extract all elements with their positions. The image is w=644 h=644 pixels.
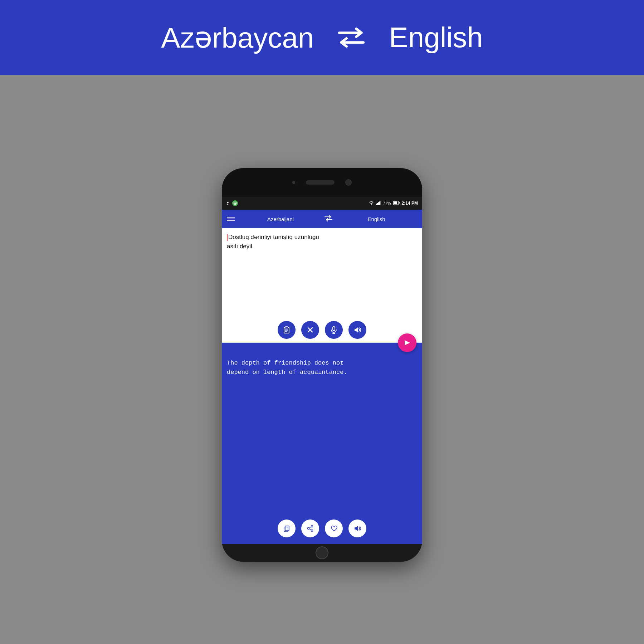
svg-rect-22	[285, 526, 289, 531]
banner-target-lang[interactable]: English	[389, 21, 483, 54]
svg-rect-2	[376, 204, 377, 205]
svg-rect-3	[377, 203, 378, 205]
input-area[interactable]: Dostluq dərinliyi tanışlıq uzunluğu asıl…	[222, 228, 422, 343]
toolbar-source-lang[interactable]: Azerbaijani	[240, 216, 321, 222]
input-text[interactable]: Dostluq dərinliyi tanışlıq uzunluğu asıl…	[227, 233, 417, 317]
phone-bottom	[222, 544, 422, 562]
status-bar: ❢	[222, 197, 422, 210]
translate-button[interactable]	[398, 333, 416, 352]
phone-speaker	[292, 181, 295, 184]
toolbar-swap-icon[interactable]	[321, 215, 336, 223]
status-left: ❢	[226, 200, 238, 206]
time-display: 2:14 PM	[402, 201, 418, 206]
svg-rect-11	[285, 327, 288, 328]
svg-rect-23	[284, 527, 288, 532]
svg-line-28	[309, 529, 311, 530]
wifi-icon	[369, 201, 374, 206]
svg-point-1	[234, 203, 236, 204]
banner-swap-icon[interactable]	[335, 25, 367, 50]
output-text: The depth of friendship does not depend …	[227, 348, 417, 516]
svg-line-27	[309, 527, 311, 528]
top-banner: Azərbaycan English	[0, 0, 644, 75]
phone-area: ❢	[0, 75, 644, 644]
share-button[interactable]	[301, 519, 319, 537]
signal-icon	[376, 201, 381, 206]
phone-screen: ❢	[222, 197, 422, 544]
svg-rect-4	[378, 202, 379, 205]
svg-rect-5	[379, 201, 380, 205]
svg-marker-29	[355, 526, 358, 531]
usb-icon: ❢	[226, 201, 229, 206]
output-buttons	[227, 519, 417, 540]
app-notification-icon	[232, 200, 238, 206]
text-cursor	[227, 234, 228, 241]
copy-output-button[interactable]	[278, 519, 296, 537]
svg-rect-17	[333, 327, 335, 331]
menu-button[interactable]	[227, 217, 240, 221]
home-button[interactable]	[316, 546, 328, 559]
phone-camera	[345, 179, 352, 186]
svg-point-26	[308, 528, 309, 530]
svg-point-24	[311, 526, 313, 527]
battery-percent: 77%	[383, 201, 391, 205]
output-area: The depth of friendship does not depend …	[222, 343, 422, 544]
svg-marker-21	[405, 340, 410, 345]
svg-rect-9	[399, 202, 400, 204]
speaker-output-button[interactable]	[348, 519, 366, 537]
toolbar-langs: Azerbaijani English	[240, 215, 417, 223]
phone-top-bar	[222, 168, 422, 197]
svg-rect-6	[380, 201, 381, 205]
phone-earpiece	[306, 180, 335, 185]
svg-point-25	[311, 530, 313, 532]
translate-btn-container	[222, 333, 422, 352]
svg-marker-20	[355, 327, 358, 332]
battery-icon	[393, 201, 400, 206]
status-right: 77% 2:14 PM	[369, 201, 418, 206]
favorite-button[interactable]	[325, 519, 343, 537]
svg-rect-8	[394, 201, 397, 204]
app-toolbar: Azerbaijani English	[222, 210, 422, 228]
banner-source-lang[interactable]: Azərbaycan	[161, 21, 314, 54]
toolbar-target-lang[interactable]: English	[336, 216, 417, 222]
phone-device: ❢	[222, 168, 422, 562]
